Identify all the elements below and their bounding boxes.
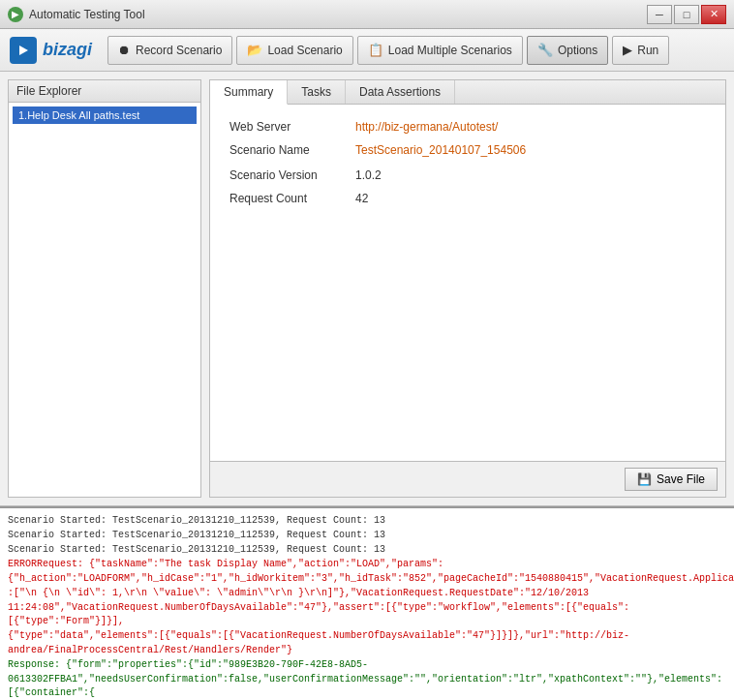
summary-row-scenario-name: Scenario Name TestScenario_20140107_1545… (229, 143, 706, 157)
log-line: Scenario Started: TestScenario_20131210_… (8, 543, 726, 557)
scenario-version-value: 1.0.2 (355, 168, 382, 182)
maximize-button[interactable]: □ (674, 5, 699, 24)
load-multiple-button[interactable]: 📋 Load Multiple Scenarios (357, 36, 523, 65)
tab-data-assertions[interactable]: Data Assertions (346, 80, 455, 104)
logo-icon (10, 37, 37, 64)
tab-summary-label: Summary (224, 85, 273, 99)
logo-text: bizagi (43, 40, 92, 60)
run-icon: ▶ (623, 43, 632, 57)
log-line: {"h_action":"LOADFORM","h_idCase":"1","h… (8, 572, 726, 586)
load-label: Load Scenario (267, 44, 342, 57)
options-label: Options (558, 44, 597, 57)
log-line: {"type":"data","elements":[{"equals":[{"… (8, 629, 726, 643)
logo: bizagi (10, 37, 92, 64)
title-bar-left: ▶ Automatic Testing Tool (8, 7, 145, 22)
scenario-name-value: TestScenario_20140107_154506 (355, 143, 526, 157)
title-bar: ▶ Automatic Testing Tool ─ □ ✕ (0, 0, 734, 29)
tab-data-assertions-label: Data Assertions (359, 85, 441, 99)
log-area: Scenario Started: TestScenario_20131210_… (0, 506, 734, 700)
request-count-value: 42 (355, 192, 368, 205)
web-server-label: Web Server (229, 120, 355, 134)
options-button[interactable]: 🔧 Options (527, 36, 608, 65)
tab-summary[interactable]: Summary (210, 80, 288, 105)
log-line: Response: {"form":"properties":{"id":"98… (8, 658, 726, 672)
file-explorer-tab[interactable]: File Explorer (9, 80, 200, 103)
summary-content: Web Server http://biz-germana/Autotest/ … (210, 105, 725, 461)
tab-tasks-label: Tasks (301, 85, 331, 99)
toolbar: bizagi ⏺ Record Scenario 📂 Load Scenario… (0, 29, 734, 72)
app-icon: ▶ (8, 7, 23, 22)
request-count-label: Request Count (229, 192, 355, 205)
log-line: andrea/FinalProcessCentral/Rest/Handlers… (8, 644, 726, 657)
scenario-name-label: Scenario Name (229, 143, 355, 157)
scenario-version-label: Scenario Version (229, 168, 355, 182)
close-button[interactable]: ✕ (701, 5, 726, 24)
save-label: Save File (657, 472, 705, 486)
web-server-value: http://biz-germana/Autotest/ (355, 120, 498, 134)
run-button[interactable]: ▶ Run (612, 36, 669, 65)
file-list: 1.Help Desk All paths.test (9, 103, 200, 497)
main-content: File Explorer 1.Help Desk All paths.test… (0, 72, 734, 506)
summary-row-version: Scenario Version 1.0.2 (229, 168, 706, 182)
load-scenario-button[interactable]: 📂 Load Scenario (236, 36, 352, 65)
record-scenario-button[interactable]: ⏺ Record Scenario (107, 36, 232, 65)
record-icon: ⏺ (118, 43, 131, 57)
load-multiple-label: Load Multiple Scenarios (388, 44, 512, 57)
minimize-button[interactable]: ─ (647, 5, 672, 24)
tabs-bar: Summary Tasks Data Assertions (210, 80, 725, 105)
summary-row-webserver: Web Server http://biz-germana/Autotest/ (229, 120, 706, 134)
load-icon: 📂 (247, 43, 262, 57)
save-area: 💾 Save File (210, 461, 725, 497)
window-title: Automatic Testing Tool (29, 8, 145, 21)
save-icon: 💾 (637, 472, 652, 486)
log-line: ERRORRequest: {"taskName":"The task Disp… (8, 558, 726, 571)
load-multiple-icon: 📋 (368, 43, 383, 57)
log-line: Scenario Started: TestScenario_20131210_… (8, 514, 726, 528)
save-file-button[interactable]: 💾 Save File (625, 468, 718, 491)
tab-tasks[interactable]: Tasks (288, 80, 346, 104)
log-line: Scenario Started: TestScenario_20131210_… (8, 529, 726, 542)
window-controls: ─ □ ✕ (647, 5, 726, 24)
file-explorer-panel: File Explorer 1.Help Desk All paths.test (8, 79, 201, 498)
log-line: 11:24:08","VacationRequest.NumberOfDaysA… (8, 601, 726, 628)
right-panel: Summary Tasks Data Assertions Web Server… (209, 79, 726, 498)
log-line: 0613302FFBA1","needsUserConfirmation":fa… (8, 673, 726, 700)
file-explorer-label: File Explorer (16, 84, 81, 98)
run-label: Run (637, 44, 658, 57)
summary-row-request-count: Request Count 42 (229, 192, 706, 205)
file-item-name: 1.Help Desk All paths.test (18, 109, 139, 121)
file-item[interactable]: 1.Help Desk All paths.test (13, 107, 197, 124)
log-line: :["\n {\n \"id\": 1,\r\n \"value\": \"ad… (8, 587, 726, 600)
options-icon: 🔧 (537, 43, 553, 57)
record-label: Record Scenario (136, 44, 222, 57)
